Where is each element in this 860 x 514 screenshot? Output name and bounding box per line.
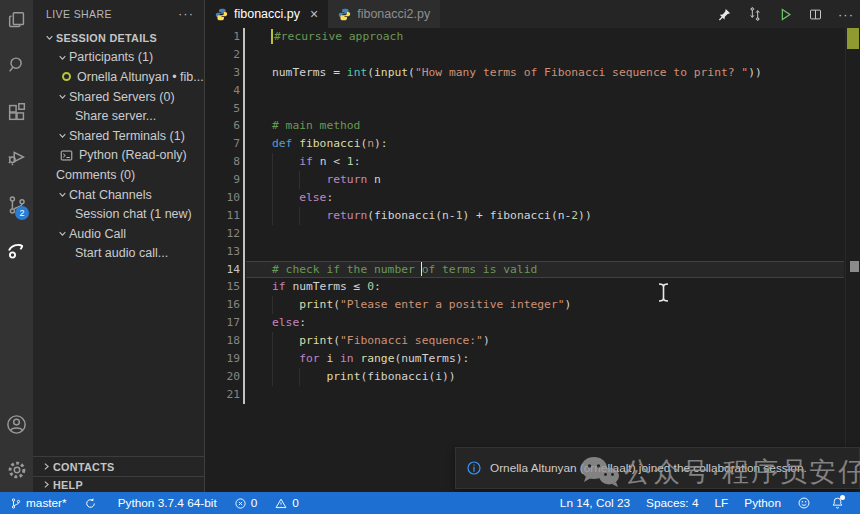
code-line[interactable]: 18 print("Fibonacci sequence:") [205,332,860,350]
accounts-icon[interactable] [0,406,33,442]
line-number[interactable]: 7 [205,135,245,153]
tree-item[interactable]: Participants (1) [33,48,204,68]
tree-item[interactable]: Chat Channels [33,185,204,205]
code-line[interactable]: 11 return(fibonacci(n-1) + fibonacci(n-2… [205,207,860,225]
pin-icon[interactable] [717,7,732,22]
code-line[interactable]: 15if numTerms ≤ 0: [205,278,860,296]
indent-guide [272,189,273,207]
line-number[interactable]: 13 [205,243,245,261]
git-branch-status-item[interactable]: master* [10,496,67,510]
tree-item[interactable]: Python (Read-only) [33,146,204,166]
tree-item[interactable]: Session chat (1 new) [33,204,204,224]
code-line[interactable]: 20 print(fibonacci(i)) [205,368,860,386]
code-line[interactable]: 10 else: [205,189,860,207]
code-line[interactable]: 14# check if the number of terms is vali… [205,261,860,279]
code-line[interactable]: 4 [205,82,860,100]
code-line[interactable]: 9 return n [205,171,860,189]
code-line[interactable]: 5 [205,100,860,118]
code-line[interactable]: 2 [205,46,860,64]
code-token: numTerms = [272,66,347,79]
line-number[interactable]: 21 [205,386,245,404]
warning-status-item[interactable]: 0 [274,496,299,510]
tree-item[interactable]: Ornella Altunyan • fib... [33,67,204,87]
line-number[interactable]: 5 [205,100,245,118]
line-number[interactable]: 14 [205,261,245,279]
code-line[interactable]: 3numTerms = int(input("How many terms of… [205,64,860,82]
editor-tab[interactable]: fibonacci.py× [205,0,328,28]
editor-tab[interactable]: fibonacci2.py [328,0,440,28]
open-changes-icon[interactable] [747,6,763,22]
status-item[interactable]: Spaces: 4 [646,496,698,510]
settings-icon[interactable] [0,452,33,488]
tree-item[interactable]: Shared Servers (0) [33,87,204,107]
tree-section-header[interactable]: SESSION DETAILS [33,28,204,48]
code-token: fibonacci [299,137,360,150]
line-number[interactable]: 9 [205,171,245,189]
chevron-down-icon [56,92,69,101]
bell-icon [831,496,844,510]
code-token: print [326,370,360,383]
line-number[interactable]: 3 [205,64,245,82]
code-line[interactable]: 6# main method [205,117,860,135]
error-status-item[interactable]: 0 [234,496,258,510]
split-editor-icon[interactable] [808,7,823,22]
code-token: else [299,191,326,204]
code-line[interactable]: 1#recursive approach [205,28,860,46]
code-line[interactable]: 7def fibonacci(n): [205,135,860,153]
sidebar-more-icon[interactable]: ··· [178,6,194,21]
status-item[interactable]: LF [714,496,728,510]
status-item[interactable]: Ln 14, Col 23 [560,496,630,510]
run-icon[interactable] [778,7,793,22]
tree-item-label: Share server... [75,109,156,123]
line-number[interactable]: 20 [205,368,245,386]
overview-ruler-scrollbar[interactable] [845,28,860,492]
contacts-panel[interactable]: CONTACTS [33,456,204,476]
help-panel[interactable]: HELP [33,476,204,492]
line-number[interactable]: 19 [205,350,245,368]
sync-status-item[interactable] [84,497,101,510]
line-number[interactable]: 15 [205,278,245,296]
code-line[interactable]: 13 [205,243,860,261]
line-number[interactable]: 10 [205,189,245,207]
code-area[interactable]: 1#recursive approach23numTerms = int(inp… [205,28,860,492]
line-number[interactable]: 2 [205,46,245,64]
status-item[interactable]: Python [744,496,781,510]
tree-item[interactable]: Share server... [33,106,204,126]
line-number[interactable]: 11 [205,207,245,225]
tree-item[interactable]: Shared Terminals (1) [33,126,204,146]
notification-toast[interactable]: Ornella Altunyan (ornellaalt) joined the… [455,447,860,489]
line-number[interactable]: 17 [205,314,245,332]
code-line[interactable]: 17else: [205,314,860,332]
line-number[interactable]: 18 [205,332,245,350]
live-share-icon[interactable] [0,232,33,268]
code-line[interactable]: 21 [205,386,860,404]
search-icon[interactable] [0,47,33,83]
code-line[interactable]: 8 if n < 1: [205,153,860,171]
tree-item[interactable]: Comments (0) [33,165,204,185]
bell-status-item[interactable] [831,496,848,510]
line-number[interactable]: 16 [205,296,245,314]
code-line[interactable]: 12 [205,225,860,243]
tree-item-label: Shared Servers (0) [69,90,175,104]
tree-item-label: Comments (0) [56,168,135,182]
tree-item[interactable]: Audio Call [33,224,204,244]
python-file-icon [215,8,228,21]
close-icon[interactable]: × [310,7,318,21]
code-line[interactable]: 16 print("Please enter a positive intege… [205,296,860,314]
line-number[interactable]: 1 [205,28,245,46]
tree-item[interactable]: Start audio call... [33,244,204,264]
feedback-status-item[interactable] [797,496,815,510]
more-actions-icon[interactable]: ··· [838,7,854,22]
code-line-content [245,100,860,118]
code-line-content: # main method [245,117,860,135]
line-number[interactable]: 6 [205,117,245,135]
status-item[interactable]: Python 3.7.4 64-bit [118,496,217,510]
status-bar: master*Python 3.7.4 64-bit00 Ln 14, Col … [0,492,860,514]
line-number[interactable]: 4 [205,82,245,100]
line-number[interactable]: 12 [205,225,245,243]
code-line[interactable]: 19 for i in range(numTerms): [205,350,860,368]
run-debug-icon[interactable] [0,139,33,175]
explorer-icon[interactable] [0,2,33,38]
extensions-icon[interactable] [0,94,33,130]
line-number[interactable]: 8 [205,153,245,171]
